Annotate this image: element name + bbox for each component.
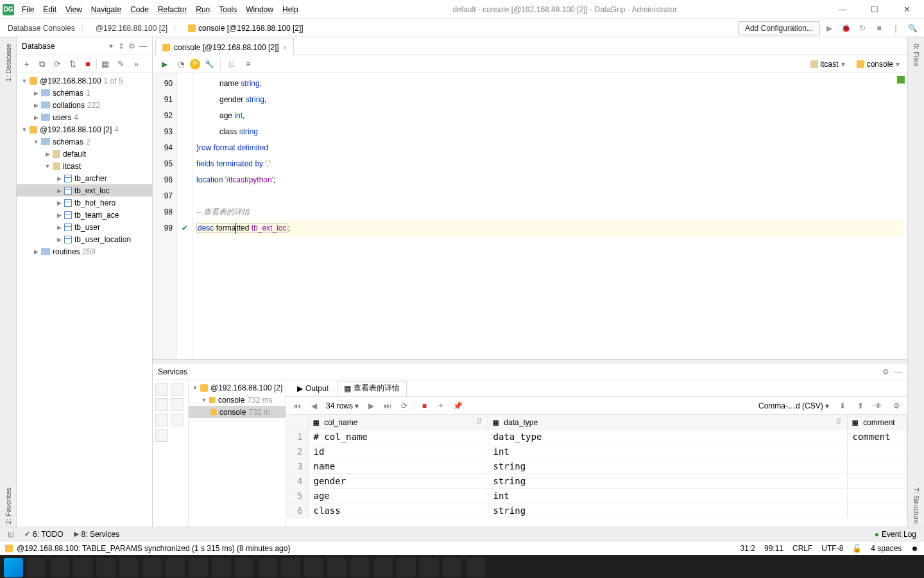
- schema-itcast[interactable]: ▼itcast: [17, 160, 152, 172]
- editor-body[interactable]: 90919293949596979899 ✔ name string, gend…: [153, 73, 907, 359]
- edit-icon[interactable]: ✎: [114, 57, 128, 71]
- add-configuration-button[interactable]: Add Configuration...: [738, 21, 820, 35]
- menu-view[interactable]: View: [62, 3, 86, 17]
- eye-icon[interactable]: 👁: [871, 399, 886, 413]
- taskbar-icon[interactable]: [50, 558, 69, 577]
- cancel-icon[interactable]: ■: [417, 399, 431, 413]
- schemas-1[interactable]: ▶schemas1: [17, 87, 152, 99]
- rows-label[interactable]: 34 rows ▾: [323, 401, 361, 410]
- add-icon[interactable]: ＋: [19, 57, 33, 71]
- results-grid[interactable]: ▦ col_name⇵ ▦ data_type⇵ ▦ comment 1# co…: [286, 415, 907, 527]
- table-tb-archer[interactable]: ▶tb_archer: [17, 172, 152, 184]
- table-tb-hot-hero[interactable]: ▶tb_hot_hero: [17, 197, 152, 209]
- inspector-icon[interactable]: ☻: [911, 544, 919, 553]
- tool-button[interactable]: [155, 414, 168, 426]
- taskbar-icon[interactable]: [235, 558, 254, 577]
- menu-code[interactable]: Code: [126, 3, 153, 17]
- hide-icon[interactable]: —: [139, 42, 147, 51]
- taskbar-icon[interactable]: [166, 558, 185, 577]
- next-page-icon[interactable]: ▶: [364, 399, 378, 413]
- results-tab[interactable]: ▦查看表的详情: [337, 381, 407, 396]
- menu-window[interactable]: Window: [242, 3, 277, 17]
- taskbar-icon[interactable]: [466, 558, 485, 577]
- gear-icon[interactable]: ⚙: [882, 367, 889, 376]
- code-area[interactable]: name string, gender string, age int, cla…: [193, 73, 907, 359]
- add-row-icon[interactable]: ＋: [434, 399, 448, 413]
- taskbar-icon[interactable]: [443, 558, 462, 577]
- taskbar-icon[interactable]: [189, 558, 208, 577]
- wrench-icon[interactable]: 🔧: [201, 57, 217, 72]
- menu-tools[interactable]: Tools: [215, 3, 241, 17]
- taskbar-icon[interactable]: [327, 558, 346, 577]
- crumb-host[interactable]: @192.168.88.100 [2]: [92, 21, 184, 35]
- download-icon[interactable]: ⬇: [835, 399, 850, 413]
- stopwatch-icon[interactable]: ◔: [173, 57, 189, 72]
- gear-icon[interactable]: ⚙: [128, 42, 135, 51]
- run-icon[interactable]: ▶: [821, 21, 837, 36]
- status-lineending[interactable]: CRLF: [792, 544, 812, 553]
- side-database-tab[interactable]: 1: Database: [4, 41, 12, 84]
- table-tb-user-location[interactable]: ▶tb_user_location: [17, 233, 152, 245]
- svc-console-1[interactable]: ▼console732 ms: [189, 394, 286, 406]
- lock-icon[interactable]: 🔓: [852, 544, 862, 553]
- hide-panel-icon[interactable]: —: [894, 367, 902, 376]
- taskbar-icon[interactable]: [96, 558, 116, 577]
- taskbar-icon[interactable]: [281, 558, 300, 577]
- reload-icon[interactable]: ⟳: [397, 399, 411, 413]
- execute-icon[interactable]: ▶: [157, 57, 172, 72]
- side-favorites-tab[interactable]: 2: Favorites: [4, 485, 12, 527]
- stop-sync-icon[interactable]: ■: [81, 57, 95, 71]
- tool-button[interactable]: [155, 383, 168, 396]
- table-tb-user[interactable]: ▶tb_user: [17, 221, 152, 233]
- taskbar-icon[interactable]: [350, 558, 370, 577]
- filter-icon[interactable]: ✦: [108, 42, 114, 51]
- schema-default[interactable]: ▶default: [17, 148, 152, 160]
- more-icon[interactable]: »: [129, 57, 143, 71]
- csv-selector[interactable]: Comma-…d (CSV) ▾: [756, 401, 832, 410]
- side-files-tab[interactable]: 0: Files: [912, 41, 920, 69]
- tool-button[interactable]: [155, 398, 168, 411]
- event-log-tab[interactable]: ● Event Log: [871, 530, 920, 539]
- status-linecol[interactable]: 99:11: [764, 544, 783, 553]
- taskbar-icon[interactable]: [373, 558, 393, 577]
- tool-button[interactable]: [171, 414, 184, 426]
- todo-tab[interactable]: ✔ 6: TODO: [21, 530, 67, 539]
- table-view-icon[interactable]: ▦: [98, 57, 112, 71]
- col-header-datatype[interactable]: ▦ data_type⇵: [488, 415, 847, 430]
- taskbar-icon[interactable]: [420, 558, 439, 577]
- prev-page-icon[interactable]: ◀: [307, 399, 321, 413]
- tool-button[interactable]: [171, 398, 184, 411]
- taskbar-icon[interactable]: [397, 558, 416, 577]
- editor-tab-console[interactable]: console [@192.168.88.100 [2]] ×: [155, 39, 294, 55]
- crumb-console[interactable]: console [@192.168.88.100 [2]]: [184, 22, 307, 34]
- db-root-1[interactable]: ▼@192.168.88.1001 of 5: [17, 74, 152, 87]
- svc-console-2[interactable]: console732 m: [189, 406, 286, 418]
- debug-icon[interactable]: 🐞: [838, 21, 853, 36]
- services-tab[interactable]: ▶ 8: Services: [70, 530, 123, 539]
- col-header-colname[interactable]: ▦ col_name⇵: [308, 415, 488, 430]
- table-tb-ext-loc[interactable]: ▶tb_ext_loc: [17, 184, 152, 197]
- taskbar-icon[interactable]: [73, 558, 92, 577]
- close-tab-icon[interactable]: ×: [283, 44, 287, 51]
- status-encoding[interactable]: UTF-8: [821, 544, 843, 553]
- collations[interactable]: ▶collations222: [17, 99, 152, 111]
- taskbar-icon[interactable]: [212, 558, 231, 577]
- schemas-2[interactable]: ▼schemas2: [17, 136, 152, 148]
- duplicate-icon[interactable]: ⧉: [35, 57, 49, 71]
- menu-help[interactable]: Help: [278, 3, 302, 17]
- start-button[interactable]: [4, 558, 23, 577]
- window-corner-icon[interactable]: ◱: [4, 530, 18, 538]
- commit-icon[interactable]: ⊡: [224, 57, 239, 72]
- menu-edit[interactable]: Edit: [39, 3, 60, 17]
- crumb-database-consoles[interactable]: Database Consoles: [4, 21, 92, 35]
- collapse-icon[interactable]: ⇕: [118, 42, 124, 51]
- output-tab[interactable]: ▶Output: [290, 381, 336, 396]
- routines[interactable]: ▶routines259: [17, 245, 152, 258]
- maximize-button[interactable]: ☐: [860, 1, 889, 19]
- menu-file[interactable]: File: [18, 3, 38, 17]
- first-page-icon[interactable]: ⏮: [290, 399, 304, 413]
- tool-button[interactable]: [155, 429, 168, 442]
- menu-run[interactable]: Run: [192, 3, 214, 17]
- stop-icon[interactable]: ■: [871, 21, 887, 36]
- refresh-icon[interactable]: ⟳: [50, 57, 64, 71]
